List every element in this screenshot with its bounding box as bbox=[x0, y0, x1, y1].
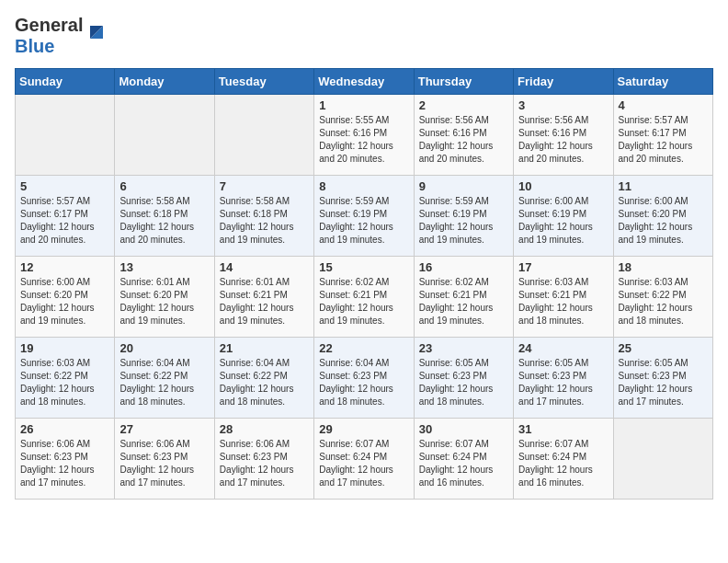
logo-icon bbox=[86, 22, 107, 42]
day-number: 19 bbox=[20, 341, 109, 355]
day-info: Sunrise: 6:00 AM Sunset: 6:20 PM Dayligh… bbox=[20, 276, 109, 327]
calendar-cell: 30Sunrise: 6:07 AM Sunset: 6:24 PM Dayli… bbox=[414, 419, 513, 500]
calendar-cell: 20Sunrise: 6:04 AM Sunset: 6:22 PM Dayli… bbox=[115, 338, 214, 419]
day-info: Sunrise: 6:02 AM Sunset: 6:21 PM Dayligh… bbox=[419, 276, 508, 327]
day-info: Sunrise: 6:03 AM Sunset: 6:22 PM Dayligh… bbox=[619, 276, 708, 327]
calendar-week-row: 5Sunrise: 5:57 AM Sunset: 6:17 PM Daylig… bbox=[16, 176, 713, 257]
day-number: 14 bbox=[220, 260, 309, 274]
day-number: 29 bbox=[319, 422, 408, 436]
day-number: 23 bbox=[419, 341, 508, 355]
calendar-cell: 19Sunrise: 6:03 AM Sunset: 6:22 PM Dayli… bbox=[16, 338, 115, 419]
day-info: Sunrise: 5:55 AM Sunset: 6:16 PM Dayligh… bbox=[319, 114, 408, 166]
day-info: Sunrise: 6:05 AM Sunset: 6:23 PM Dayligh… bbox=[419, 357, 508, 408]
calendar-cell: 24Sunrise: 6:05 AM Sunset: 6:23 PM Dayli… bbox=[514, 338, 613, 419]
day-number: 7 bbox=[220, 179, 309, 193]
calendar-cell: 28Sunrise: 6:06 AM Sunset: 6:23 PM Dayli… bbox=[214, 419, 313, 500]
day-number: 10 bbox=[518, 179, 608, 193]
day-number: 6 bbox=[119, 179, 209, 193]
calendar-week-row: 26Sunrise: 6:06 AM Sunset: 6:23 PM Dayli… bbox=[16, 419, 713, 500]
page-header: General Blue bbox=[15, 15, 713, 57]
calendar-cell: 17Sunrise: 6:03 AM Sunset: 6:21 PM Dayli… bbox=[514, 257, 613, 338]
day-number: 28 bbox=[220, 422, 309, 436]
day-info: Sunrise: 5:57 AM Sunset: 6:17 PM Dayligh… bbox=[619, 114, 708, 166]
weekday-header: Friday bbox=[514, 69, 613, 95]
day-info: Sunrise: 5:59 AM Sunset: 6:19 PM Dayligh… bbox=[319, 195, 408, 247]
logo-text-block: General Blue bbox=[15, 15, 83, 57]
calendar-cell: 5Sunrise: 5:57 AM Sunset: 6:17 PM Daylig… bbox=[16, 176, 115, 257]
day-number: 24 bbox=[518, 341, 608, 355]
day-number: 17 bbox=[518, 260, 608, 274]
calendar-week-row: 1Sunrise: 5:55 AM Sunset: 6:16 PM Daylig… bbox=[16, 95, 713, 176]
day-info: Sunrise: 6:07 AM Sunset: 6:24 PM Dayligh… bbox=[319, 438, 408, 489]
calendar-cell: 23Sunrise: 6:05 AM Sunset: 6:23 PM Dayli… bbox=[414, 338, 513, 419]
calendar-cell: 25Sunrise: 6:05 AM Sunset: 6:23 PM Dayli… bbox=[613, 338, 712, 419]
day-info: Sunrise: 6:03 AM Sunset: 6:21 PM Dayligh… bbox=[518, 276, 608, 327]
calendar-cell: 22Sunrise: 6:04 AM Sunset: 6:23 PM Dayli… bbox=[314, 338, 414, 419]
day-number: 21 bbox=[220, 341, 309, 355]
day-number: 11 bbox=[619, 179, 708, 193]
day-info: Sunrise: 6:00 AM Sunset: 6:20 PM Dayligh… bbox=[619, 195, 708, 247]
day-number: 25 bbox=[619, 341, 708, 355]
calendar-cell: 21Sunrise: 6:04 AM Sunset: 6:22 PM Dayli… bbox=[214, 338, 313, 419]
weekday-header: Thursday bbox=[414, 69, 513, 95]
calendar-cell: 14Sunrise: 6:01 AM Sunset: 6:21 PM Dayli… bbox=[214, 257, 313, 338]
calendar-cell bbox=[16, 95, 115, 176]
calendar-cell: 2Sunrise: 5:56 AM Sunset: 6:16 PM Daylig… bbox=[414, 95, 513, 176]
day-info: Sunrise: 6:05 AM Sunset: 6:23 PM Dayligh… bbox=[518, 357, 608, 408]
calendar-cell: 8Sunrise: 5:59 AM Sunset: 6:19 PM Daylig… bbox=[314, 176, 414, 257]
calendar-cell: 3Sunrise: 5:56 AM Sunset: 6:16 PM Daylig… bbox=[514, 95, 613, 176]
calendar-cell: 31Sunrise: 6:07 AM Sunset: 6:24 PM Dayli… bbox=[514, 419, 613, 500]
day-number: 31 bbox=[518, 422, 608, 436]
day-info: Sunrise: 6:03 AM Sunset: 6:22 PM Dayligh… bbox=[20, 357, 109, 408]
day-number: 15 bbox=[319, 260, 408, 274]
calendar-cell: 9Sunrise: 5:59 AM Sunset: 6:19 PM Daylig… bbox=[414, 176, 513, 257]
calendar-cell bbox=[613, 419, 712, 500]
day-info: Sunrise: 6:04 AM Sunset: 6:22 PM Dayligh… bbox=[119, 357, 209, 408]
day-info: Sunrise: 5:58 AM Sunset: 6:18 PM Dayligh… bbox=[220, 195, 309, 247]
calendar-cell: 15Sunrise: 6:02 AM Sunset: 6:21 PM Dayli… bbox=[314, 257, 414, 338]
day-number: 16 bbox=[419, 260, 508, 274]
day-info: Sunrise: 5:57 AM Sunset: 6:17 PM Dayligh… bbox=[20, 195, 109, 247]
day-info: Sunrise: 6:07 AM Sunset: 6:24 PM Dayligh… bbox=[419, 438, 508, 489]
day-number: 3 bbox=[518, 98, 608, 112]
day-number: 1 bbox=[319, 98, 408, 112]
calendar-cell: 27Sunrise: 6:06 AM Sunset: 6:23 PM Dayli… bbox=[115, 419, 214, 500]
weekday-header: Saturday bbox=[613, 69, 712, 95]
logo-blue: Blue bbox=[15, 36, 83, 57]
calendar-cell: 11Sunrise: 6:00 AM Sunset: 6:20 PM Dayli… bbox=[613, 176, 712, 257]
day-number: 8 bbox=[319, 179, 408, 193]
calendar-cell: 7Sunrise: 5:58 AM Sunset: 6:18 PM Daylig… bbox=[214, 176, 313, 257]
day-info: Sunrise: 5:59 AM Sunset: 6:19 PM Dayligh… bbox=[419, 195, 508, 247]
day-info: Sunrise: 6:07 AM Sunset: 6:24 PM Dayligh… bbox=[518, 438, 608, 489]
day-info: Sunrise: 5:56 AM Sunset: 6:16 PM Dayligh… bbox=[518, 114, 608, 166]
day-info: Sunrise: 6:06 AM Sunset: 6:23 PM Dayligh… bbox=[119, 438, 209, 489]
weekday-header: Wednesday bbox=[314, 69, 414, 95]
calendar-cell: 1Sunrise: 5:55 AM Sunset: 6:16 PM Daylig… bbox=[314, 95, 414, 176]
day-number: 5 bbox=[20, 179, 109, 193]
day-info: Sunrise: 6:06 AM Sunset: 6:23 PM Dayligh… bbox=[20, 438, 109, 489]
day-info: Sunrise: 6:01 AM Sunset: 6:20 PM Dayligh… bbox=[119, 276, 209, 327]
weekday-header: Tuesday bbox=[214, 69, 313, 95]
calendar-week-row: 12Sunrise: 6:00 AM Sunset: 6:20 PM Dayli… bbox=[16, 257, 713, 338]
day-info: Sunrise: 6:04 AM Sunset: 6:22 PM Dayligh… bbox=[220, 357, 309, 408]
calendar-cell: 26Sunrise: 6:06 AM Sunset: 6:23 PM Dayli… bbox=[16, 419, 115, 500]
day-info: Sunrise: 6:01 AM Sunset: 6:21 PM Dayligh… bbox=[220, 276, 309, 327]
day-number: 4 bbox=[619, 98, 708, 112]
calendar-week-row: 19Sunrise: 6:03 AM Sunset: 6:22 PM Dayli… bbox=[16, 338, 713, 419]
logo: General Blue bbox=[15, 15, 107, 57]
calendar-cell: 16Sunrise: 6:02 AM Sunset: 6:21 PM Dayli… bbox=[414, 257, 513, 338]
day-number: 22 bbox=[319, 341, 408, 355]
day-number: 26 bbox=[20, 422, 109, 436]
calendar-cell bbox=[214, 95, 313, 176]
day-number: 9 bbox=[419, 179, 508, 193]
day-info: Sunrise: 5:56 AM Sunset: 6:16 PM Dayligh… bbox=[419, 114, 508, 166]
calendar-table: SundayMondayTuesdayWednesdayThursdayFrid… bbox=[15, 68, 713, 500]
day-info: Sunrise: 6:04 AM Sunset: 6:23 PM Dayligh… bbox=[319, 357, 408, 408]
day-number: 12 bbox=[20, 260, 109, 274]
day-number: 27 bbox=[119, 422, 209, 436]
day-info: Sunrise: 6:02 AM Sunset: 6:21 PM Dayligh… bbox=[319, 276, 408, 327]
day-number: 30 bbox=[419, 422, 508, 436]
weekday-header: Monday bbox=[115, 69, 214, 95]
calendar-cell: 4Sunrise: 5:57 AM Sunset: 6:17 PM Daylig… bbox=[613, 95, 712, 176]
calendar-cell: 6Sunrise: 5:58 AM Sunset: 6:18 PM Daylig… bbox=[115, 176, 214, 257]
